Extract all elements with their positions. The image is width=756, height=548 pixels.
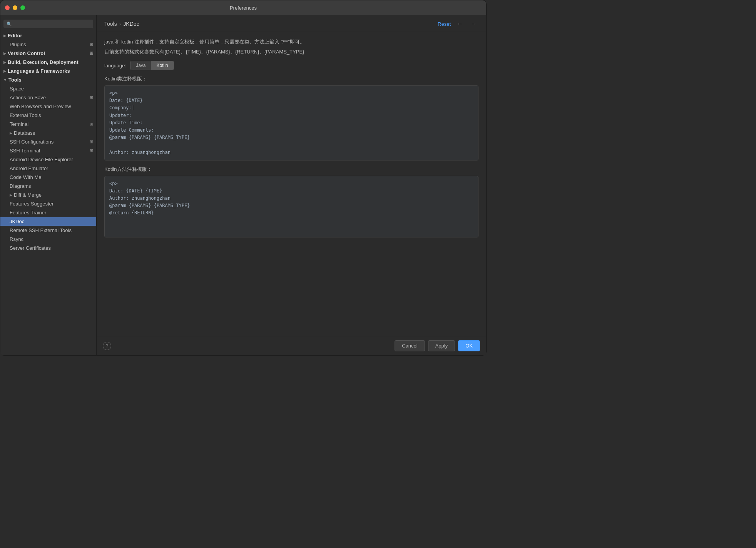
search-icon: 🔍 (7, 22, 12, 27)
minimize-button[interactable] (13, 5, 17, 10)
sidebar: 🔍 ▶ Editor Plugins ⊞ ▶ Version Control ⊞ (0, 15, 97, 355)
settings-icon: ⊞ (90, 148, 93, 153)
sidebar-item-android-emulator[interactable]: Android Emulator (0, 164, 96, 173)
chevron-right-icon: ▶ (3, 52, 6, 55)
ok-button[interactable]: OK (458, 340, 480, 351)
chevron-right-icon: ▶ (10, 131, 12, 135)
sidebar-item-tools[interactable]: ▼ Tools (0, 75, 96, 84)
sidebar-item-label: Server Certificates (10, 245, 51, 251)
sidebar-item-build-exec[interactable]: ▶ Build, Execution, Deployment (0, 58, 96, 67)
action-buttons: Cancel Apply OK (395, 340, 480, 351)
settings-icon: ⊞ (90, 51, 93, 56)
tab-kotlin[interactable]: Kotlin (151, 61, 173, 70)
sidebar-item-label: Database (14, 130, 35, 136)
sidebar-item-ssh-configurations[interactable]: SSH Configurations ⊞ (0, 137, 96, 146)
chevron-right-icon: ▶ (10, 193, 12, 197)
sidebar-item-server-certs[interactable]: Server Certificates (0, 244, 96, 252)
sidebar-item-remote-ssh[interactable]: Remote SSH External Tools (0, 226, 96, 235)
sidebar-item-languages[interactable]: ▶ Languages & Frameworks (0, 67, 96, 75)
jkdoc-content: java 和 kotlin 注释插件，支持自定义模板，使用简单，只需要在类、方法… (97, 32, 486, 336)
sidebar-item-code-with-me[interactable]: Code With Me (0, 173, 96, 182)
sidebar-item-terminal[interactable]: Terminal ⊞ (0, 120, 96, 129)
sidebar-item-label: Diff & Merge (14, 192, 42, 198)
sidebar-item-label: Diagrams (10, 183, 31, 189)
breadcrumb: Tools › JKDoc (104, 21, 139, 27)
kotlin-class-label: Kotlin类注释模版： (104, 75, 478, 82)
description-1: java 和 kotlin 注释插件，支持自定义模板，使用简单，只需要在类、方法… (104, 38, 478, 45)
chevron-right-icon: ▶ (3, 34, 6, 38)
sidebar-item-editor[interactable]: ▶ Editor (0, 31, 96, 40)
sidebar-item-label: External Tools (10, 112, 41, 118)
close-button[interactable] (5, 5, 10, 10)
sidebar-item-ssh-terminal[interactable]: SSH Terminal ⊞ (0, 146, 96, 155)
language-tab-group: Java Kotlin (130, 61, 174, 70)
sidebar-item-diagrams[interactable]: Diagrams (0, 182, 96, 190)
sidebar-item-label: Rsync (10, 236, 23, 242)
sidebar-item-label: Remote SSH External Tools (10, 227, 72, 233)
sidebar-item-label: Features Trainer (10, 210, 46, 216)
reset-button[interactable]: Reset (438, 21, 451, 27)
sidebar-item-rsync[interactable]: Rsync (0, 235, 96, 244)
kotlin-method-label: Kotlin方法注释模版： (104, 166, 478, 173)
nav-forward-button[interactable]: → (469, 20, 478, 28)
sidebar-item-features-trainer[interactable]: Features Trainer (0, 208, 96, 217)
search-box[interactable]: 🔍 (3, 20, 93, 28)
maximize-button[interactable] (20, 5, 25, 10)
sidebar-item-web-browsers[interactable]: Web Browsers and Preview (0, 102, 96, 111)
sidebar-item-label: Tools (8, 77, 22, 83)
kotlin-method-code-area[interactable]: <p> Date: {DATE} {TIME} Author: zhuangho… (104, 176, 478, 237)
sidebar-item-label: SSH Terminal (10, 148, 40, 154)
settings-icon: ⊞ (90, 122, 93, 127)
sidebar-item-label: Version Control (8, 50, 45, 56)
sidebar-item-label: Build, Execution, Deployment (8, 59, 78, 65)
sidebar-item-diff-merge[interactable]: ▶ Diff & Merge (0, 190, 96, 199)
sidebar-item-label: Terminal (10, 121, 28, 127)
sidebar-item-label: Android Device File Explorer (10, 157, 73, 162)
settings-icon: ⊞ (90, 139, 93, 144)
sidebar-item-version-control[interactable]: ▶ Version Control ⊞ (0, 49, 96, 58)
sidebar-item-actions-on-save[interactable]: Actions on Save ⊞ (0, 93, 96, 102)
main-panel: Tools › JKDoc Reset ← → java 和 kotlin 注释… (97, 15, 486, 355)
main-header: Tools › JKDoc Reset ← → (97, 15, 486, 32)
bottom-bar: ? Cancel Apply OK (97, 336, 486, 355)
sidebar-item-label: Web Browsers and Preview (10, 104, 71, 109)
sidebar-item-label: Languages & Frameworks (8, 68, 70, 74)
window-title: Preferences (230, 5, 257, 11)
titlebar: Preferences (0, 0, 486, 15)
main-content-area: 🔍 ▶ Editor Plugins ⊞ ▶ Version Control ⊞ (0, 15, 486, 355)
sidebar-item-plugins[interactable]: Plugins ⊞ (0, 40, 96, 49)
breadcrumb-root: Tools (104, 21, 117, 27)
sidebar-item-database[interactable]: ▶ Database (0, 129, 96, 137)
search-input[interactable] (14, 21, 90, 27)
sidebar-item-label: SSH Configurations (10, 139, 54, 145)
breadcrumb-current: JKDoc (123, 21, 139, 27)
language-row: language: Java Kotlin (104, 61, 478, 70)
help-button[interactable]: ? (103, 342, 111, 350)
settings-icon: ⊞ (90, 95, 93, 100)
sidebar-item-label: Features Suggester (10, 201, 54, 207)
sidebar-item-label: Plugins (10, 42, 26, 47)
sidebar-item-jkdoc[interactable]: JKDoc (0, 217, 96, 226)
apply-button[interactable]: Apply (428, 340, 455, 351)
settings-icon: ⊞ (90, 42, 93, 47)
breadcrumb-separator: › (119, 21, 121, 27)
nav-back-button[interactable]: ← (455, 20, 465, 28)
kotlin-class-code-area[interactable]: <p> Date: {DATE} Company:| Updater: Upda… (104, 85, 478, 160)
sidebar-item-label: Code With Me (10, 174, 41, 180)
sidebar-item-features-suggester[interactable]: Features Suggester (0, 199, 96, 208)
sidebar-item-label: Space (10, 86, 24, 92)
sidebar-item-label: Editor (8, 33, 22, 38)
header-actions: Reset ← → (438, 20, 478, 28)
sidebar-item-external-tools[interactable]: External Tools (0, 111, 96, 120)
sidebar-item-android-device[interactable]: Android Device File Explorer (0, 155, 96, 164)
language-label: language: (104, 63, 126, 68)
description-2: 目前支持的格式化参数只有{DATE}、{TIME}、{PARAMS}、{RETU… (104, 48, 478, 55)
preferences-window: Preferences 🔍 ▶ Editor Plugins ⊞ ▶ Vers (0, 0, 487, 356)
chevron-right-icon: ▶ (3, 60, 6, 64)
sidebar-item-label: JKDoc (10, 219, 24, 224)
cancel-button[interactable]: Cancel (395, 340, 425, 351)
sidebar-item-space[interactable]: Space (0, 84, 96, 93)
sidebar-item-label: Android Emulator (10, 165, 48, 171)
sidebar-item-label: Actions on Save (10, 95, 46, 100)
tab-java[interactable]: Java (130, 61, 151, 70)
